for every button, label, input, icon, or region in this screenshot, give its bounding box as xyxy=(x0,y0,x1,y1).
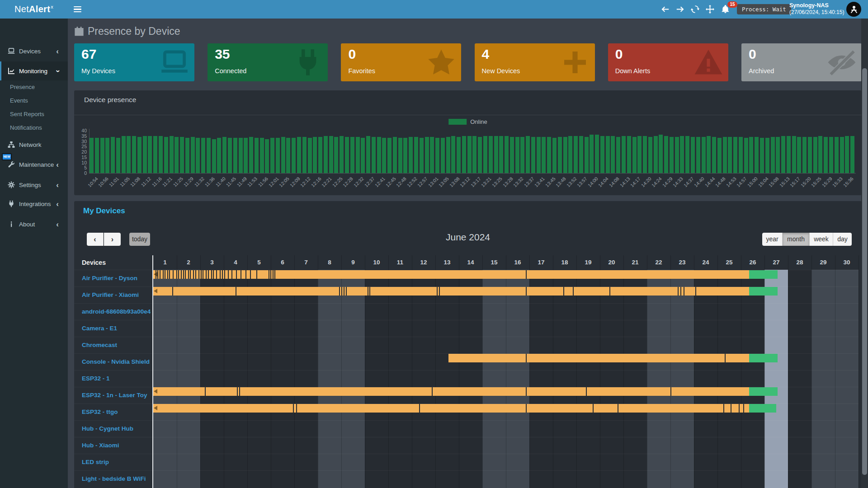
presence-gap-tick xyxy=(160,270,160,279)
sidebar-item-settings[interactable]: Settings‹ xyxy=(0,176,68,193)
presence-bar[interactable] xyxy=(153,387,749,396)
presence-bar-current[interactable] xyxy=(749,354,777,362)
presence-bar[interactable] xyxy=(448,354,750,362)
presence-bar-current[interactable] xyxy=(749,287,777,296)
sidebar-subitem-notifications[interactable]: Notifications xyxy=(0,121,68,135)
host-timestamp: (27/06/2024, 15:40:15) xyxy=(789,9,844,16)
presence-bar-current[interactable] xyxy=(749,387,777,396)
chart-bar xyxy=(249,137,253,173)
summary-card-archived[interactable]: 0Archived xyxy=(741,43,862,81)
page-scrollbar-thumb[interactable] xyxy=(862,68,867,475)
y-axis-tick-label: 5 xyxy=(75,165,87,170)
y-axis-tick-label: 0 xyxy=(75,170,87,176)
presence-bar[interactable] xyxy=(153,270,749,279)
user-avatar[interactable] xyxy=(846,2,861,17)
notification-count-badge[interactable]: 15 xyxy=(727,1,737,8)
row-divider xyxy=(74,303,859,304)
day-header-2: 2 xyxy=(177,255,200,270)
device-name-link[interactable]: Chromecast xyxy=(82,337,151,353)
view-button-week[interactable]: week xyxy=(809,233,833,246)
logo-bold: Alert xyxy=(29,4,50,14)
x-axis-tick-label: 15:25 xyxy=(810,176,822,188)
move-icon[interactable] xyxy=(706,5,714,14)
summary-card-new-devices[interactable]: 4New Devices xyxy=(475,43,595,81)
view-button-year[interactable]: year xyxy=(762,233,782,246)
calendar-prev-button[interactable]: ‹ xyxy=(87,233,104,246)
row-divider xyxy=(74,420,859,421)
chart-bar xyxy=(409,137,413,173)
x-axis-tick-label: 12:25 xyxy=(331,176,344,188)
chart-bar xyxy=(148,136,152,173)
summary-card-my-devices[interactable]: 67My Devices xyxy=(74,43,194,81)
app-logo[interactable]: NetAlertx xyxy=(0,0,68,19)
chart-bar xyxy=(829,137,833,173)
day-header-19: 19 xyxy=(576,255,600,270)
row-divider xyxy=(74,437,859,437)
chart-bar xyxy=(387,138,392,173)
device-name-link[interactable]: Camera - E1 xyxy=(82,320,151,337)
device-name-link[interactable]: android-68608b93a00e4 xyxy=(82,303,151,320)
grid-vline xyxy=(788,255,788,488)
presence-gap-tick xyxy=(684,287,684,296)
sidebar-item-about[interactable]: About‹ xyxy=(0,216,68,233)
device-name-link[interactable]: ESP32 - ttgo xyxy=(82,404,151,420)
sidebar-subitem-events[interactable]: Events xyxy=(0,94,68,108)
presence-gap-tick xyxy=(208,270,209,279)
presence-gap-tick xyxy=(183,270,184,279)
chart-bar xyxy=(808,137,812,173)
presence-gap-tick xyxy=(205,387,206,396)
x-axis-tick-label: 12:05 xyxy=(278,176,290,188)
sidebar-item-devices[interactable]: Devices‹ xyxy=(0,42,68,60)
sidebar-subitem-presence[interactable]: Presence xyxy=(0,80,68,94)
device-name-link[interactable]: Air Purifier - Dyson xyxy=(82,270,151,286)
sidebar-item-integrations[interactable]: Integrations‹ xyxy=(0,195,68,212)
forward-arrow-icon[interactable] xyxy=(676,5,684,14)
refresh-icon[interactable] xyxy=(691,5,699,14)
device-name-link[interactable]: ESP32 - 1 xyxy=(82,370,151,387)
weekend-column xyxy=(341,270,365,488)
x-axis-tick-label: 12:09 xyxy=(288,176,301,188)
day-header-13: 13 xyxy=(435,255,459,270)
presence-gap-tick xyxy=(216,270,217,279)
day-header-26: 26 xyxy=(741,255,764,270)
presence-bar-current[interactable] xyxy=(749,270,777,279)
chart-bar xyxy=(435,138,439,173)
summary-card-down-alerts[interactable]: 0Down Alerts xyxy=(608,43,728,81)
presence-gap-tick xyxy=(695,287,696,296)
hostname: Synology-NAS xyxy=(789,2,844,9)
weekend-column xyxy=(811,270,835,488)
summary-card-favorites[interactable]: 0Favorites xyxy=(341,43,461,81)
calendar-next-button[interactable]: › xyxy=(104,233,121,246)
back-arrow-icon[interactable] xyxy=(661,5,670,14)
view-button-month[interactable]: month xyxy=(782,233,809,246)
device-name-link[interactable]: Light - bedside B WiFi xyxy=(82,470,151,487)
chart-bar xyxy=(696,137,700,173)
x-axis-tick-label: 14:37 xyxy=(682,176,694,188)
chart-bar xyxy=(840,137,844,173)
presence-bar-current[interactable] xyxy=(749,404,776,413)
device-name-link[interactable]: LED strip xyxy=(82,454,151,470)
sidebar-item-network[interactable]: Network xyxy=(0,136,68,153)
view-button-day[interactable]: day xyxy=(833,233,852,246)
device-name-link[interactable]: Console - Nvidia Shield T xyxy=(82,353,151,370)
device-name-link[interactable]: ESP32 - 1n - Laser Toy xyxy=(82,387,151,404)
device-name-link[interactable]: Air Purifier - Xiaomi xyxy=(82,286,151,303)
summary-card-connected[interactable]: 35Connected xyxy=(208,43,328,81)
chart-bar xyxy=(835,137,839,173)
sidebar-subitem-sent-reports[interactable]: Sent Reports xyxy=(0,108,68,121)
hamburger-menu-icon[interactable] xyxy=(72,5,83,14)
row-divider xyxy=(74,470,859,471)
calendar-today-button[interactable]: today xyxy=(129,233,150,246)
x-axis-tick-label: 11:05 xyxy=(118,176,131,188)
x-axis-tick-label: 12:16 xyxy=(310,176,322,188)
device-name-link[interactable]: Hub - Cygnet Hub xyxy=(82,420,151,437)
presence-bar[interactable] xyxy=(153,404,749,413)
device-name-link[interactable]: Hub - Xiaomi xyxy=(82,437,151,454)
sidebar-item-label: Monitoring xyxy=(19,68,47,75)
presence-gap-tick xyxy=(173,270,174,279)
presence-bar[interactable] xyxy=(153,287,749,296)
sidebar-item-monitoring[interactable]: Monitoring‹ xyxy=(0,61,68,80)
day-header-21: 21 xyxy=(623,255,647,270)
column-resizer-divider[interactable] xyxy=(152,255,153,488)
x-axis-tick-label: 12:01 xyxy=(267,176,279,188)
